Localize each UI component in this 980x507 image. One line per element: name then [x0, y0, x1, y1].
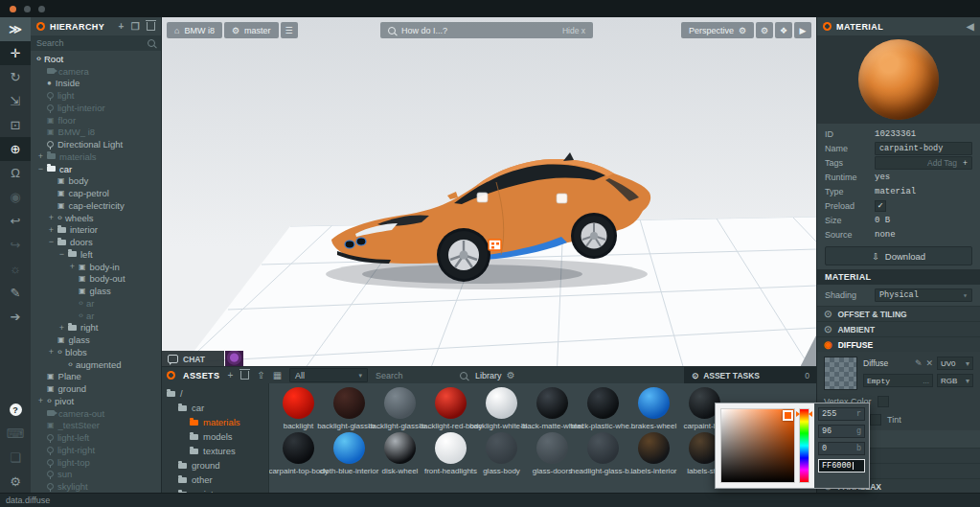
diffuse-map-slot[interactable]: Empty ... [863, 374, 933, 387]
expander-toggle[interactable]: + [47, 224, 56, 237]
asset-folder-models[interactable]: models [161, 429, 268, 444]
collapse-panel-icon[interactable]: ◀ [967, 21, 974, 32]
hierarchy-item-glass[interactable]: ▣glass [31, 285, 161, 297]
project-button[interactable]: ⌂ BMW i8 [167, 22, 222, 38]
expander-toggle[interactable]: − [57, 248, 66, 261]
hierarchy-item-augmented[interactable]: ‹›augmented [31, 358, 161, 371]
asset-item[interactable]: disk-wheel [375, 432, 425, 475]
expander-toggle[interactable]: + [47, 346, 56, 358]
grid-view-button[interactable]: ▦ [273, 370, 282, 380]
hierarchy-item-camera[interactable]: camera [31, 65, 161, 78]
world-space-toggle[interactable]: ⊕ [0, 137, 31, 161]
hierarchy-item-root[interactable]: ‹›Root [31, 53, 161, 65]
scene-list-button[interactable]: ☰ [281, 22, 298, 38]
hierarchy-item-doors[interactable]: −doors [31, 236, 161, 248]
asset-folder--[interactable]: / [161, 386, 268, 401]
hue-slider[interactable] [799, 408, 809, 483]
asset-folder-car[interactable]: car [161, 401, 268, 415]
expander-toggle[interactable]: + [57, 322, 66, 334]
expander-toggle[interactable]: − [47, 236, 56, 248]
uv-channel-dropdown[interactable]: UV0 ▾ [937, 357, 973, 370]
hierarchy-item-wheels[interactable]: +‹›wheels [31, 212, 161, 224]
chat-button[interactable]: CHAT [161, 351, 224, 367]
hierarchy-item-light-interior[interactable]: light-interior [31, 102, 161, 114]
hierarchy-item-ar[interactable]: ‹›ar [31, 310, 161, 322]
asset-item[interactable]: front-headlights [425, 432, 476, 475]
hierarchy-item-ground[interactable]: ▣ground [31, 382, 161, 395]
blue-input[interactable]: 0 b [818, 442, 865, 455]
upload-asset-button[interactable]: ⇪ [257, 370, 264, 380]
branch-button[interactable]: ⚙ master [224, 22, 279, 38]
add-tag-button[interactable]: + [963, 158, 968, 168]
saturation-value-gradient[interactable] [720, 408, 795, 483]
hierarchy-item-left[interactable]: −left [31, 248, 161, 261]
hierarchy-item-interior[interactable]: +interior [31, 224, 161, 237]
window-close-button[interactable] [10, 6, 16, 12]
preload-checkbox[interactable]: ✓ [875, 200, 886, 212]
fullscreen-button[interactable]: ❖ [775, 22, 792, 38]
expander-toggle[interactable]: + [36, 150, 45, 163]
hierarchy-item-skylight[interactable]: skylight [31, 480, 161, 493]
asset-item[interactable]: glass-body [476, 432, 527, 475]
asset-item[interactable]: black-plastic-whe... [578, 387, 628, 430]
asset-item[interactable]: backlight-white-b... [476, 387, 527, 430]
asset-search-input[interactable]: Search [376, 369, 467, 381]
hierarchy-item-directional-light[interactable]: Directional Light [31, 138, 161, 150]
feedback-button[interactable]: ❏ [0, 446, 31, 470]
hierarchy-item-plane[interactable]: ▣Plane [31, 371, 161, 383]
edit-icon[interactable]: ✎ [915, 358, 923, 368]
asset-item[interactable]: backlight-glass-b... [375, 387, 425, 430]
hue-handle[interactable] [796, 411, 800, 417]
close-icon[interactable]: ✕ [925, 358, 933, 368]
translate-tool[interactable]: ✛ [0, 41, 31, 65]
asset-item[interactable]: cloth-blue-interior [324, 432, 375, 475]
expander-toggle[interactable]: + [68, 261, 77, 273]
hierarchy-item--teststeer[interactable]: ▣_testSteer [31, 420, 161, 432]
asset-filter-dropdown[interactable]: All ▾ [289, 368, 368, 382]
diffuse-map-thumbnail[interactable] [824, 357, 857, 390]
add-asset-button[interactable]: + [227, 370, 233, 380]
controls-button[interactable]: ⌨ [0, 422, 31, 446]
hierarchy-item-right[interactable]: +right [31, 322, 161, 334]
vertex-color-checkbox[interactable] [877, 396, 889, 407]
rotate-tool[interactable]: ↻ [0, 65, 31, 89]
hierarchy-item-floor[interactable]: ▣floor [31, 114, 161, 127]
scale-tool[interactable]: ⇲ [0, 89, 31, 113]
code-editor-button[interactable]: ✎ [0, 281, 31, 305]
hierarchy-item-light[interactable]: light [31, 89, 161, 102]
publish-button[interactable]: ➔ [0, 305, 31, 329]
expander-toggle[interactable]: + [47, 212, 56, 224]
hierarchy-item-cap-petrol[interactable]: ▣cap-petrol [31, 187, 161, 199]
hierarchy-item-cap-electricity[interactable]: ▣cap-electricity [31, 199, 161, 212]
hue-handle[interactable] [809, 411, 812, 417]
asset-item[interactable]: labels-interior [628, 432, 679, 475]
tags-field[interactable]: Add Tag+ [875, 156, 972, 170]
tint-checkbox[interactable] [870, 414, 881, 426]
hierarchy-item-glass[interactable]: ▣glass [31, 334, 161, 346]
hierarchy-item-light-left[interactable]: light-left [31, 431, 161, 444]
asset-item[interactable]: brakes-wheel [628, 387, 679, 430]
hierarchy-item-light-right[interactable]: light-right [31, 444, 161, 456]
gradient-handle[interactable] [783, 410, 793, 421]
undo-button[interactable]: ↩ [0, 209, 31, 233]
hierarchy-item-body[interactable]: ▣body [31, 175, 161, 188]
user-avatar[interactable] [225, 351, 243, 367]
hierarchy-item-sun[interactable]: sun [31, 469, 161, 481]
delete-entity-button[interactable] [147, 22, 155, 31]
visibility-toggle[interactable]: ◉ [0, 185, 31, 209]
help-hide-button[interactable]: Hide x [562, 26, 585, 35]
hierarchy-search-input[interactable]: Search [31, 35, 161, 51]
snap-tool[interactable]: Ω [0, 161, 31, 185]
shading-dropdown[interactable]: Physical ▾ [875, 288, 972, 302]
hierarchy-item-blobs[interactable]: +‹›blobs [31, 346, 161, 358]
diffuse-section[interactable]: ◉ DIFFUSE [817, 336, 980, 352]
asset-folder-other[interactable]: other [161, 472, 268, 487]
delete-asset-button[interactable] [240, 371, 249, 380]
asset-folder-ground[interactable]: ground [161, 458, 268, 472]
green-input[interactable]: 96 g [818, 425, 865, 438]
library-button[interactable]: Library ⚙ [475, 370, 514, 380]
playcanvas-logo-icon[interactable]: ≫ [0, 17, 31, 41]
window-zoom-button[interactable] [38, 6, 45, 12]
more-button[interactable]: ... [923, 377, 929, 385]
asset-item[interactable]: backlight-red-body [425, 387, 476, 430]
